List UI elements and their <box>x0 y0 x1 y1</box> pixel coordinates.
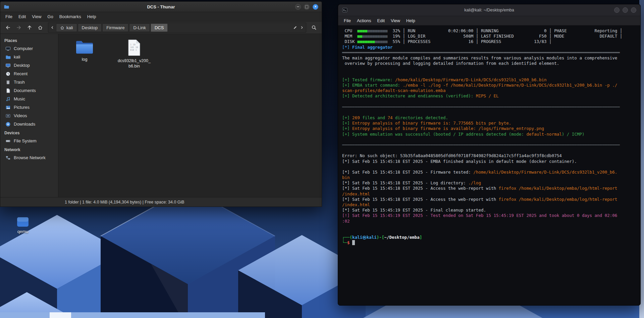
terminal-line: ════════════════════════════════════════… <box>342 50 636 55</box>
text-segment: MIPS / EL <box>476 93 499 98</box>
terminal-line: [*] Final aggregator <box>342 45 636 50</box>
text-segment: ) / ICMP) <box>562 132 585 137</box>
text-segment: [+] <box>342 121 352 126</box>
desktop-icon-qemu[interactable]: qemu <box>9 217 37 234</box>
terminal-titlebar[interactable]: kali@kali: ~/Desktop/emba <box>338 4 640 16</box>
sidebar-item-downloads[interactable]: Downloads <box>0 120 58 128</box>
thunar-menu-file[interactable]: File <box>2 13 15 20</box>
terminal-menu-file[interactable]: File <box>341 17 354 25</box>
terminal-line <box>342 110 636 115</box>
terminal-minimize-button[interactable] <box>614 7 620 13</box>
thunar-filepane[interactable]: log1 10101 10010 1dcs932lb1_v200_b6.bin <box>58 34 322 197</box>
chevron-right-icon <box>300 25 304 30</box>
sidebar-item-file-system[interactable]: File System <box>0 137 58 145</box>
trash-icon <box>5 80 11 85</box>
text-segment: Sat Feb 15 15:45:19 EST 2025 - Test ende… <box>352 213 617 218</box>
thunar-menu-view[interactable]: View <box>29 13 44 20</box>
terminal-line: [+] EMBA start command: ./emba -l ./log … <box>342 83 636 88</box>
text-segment: [+] <box>342 126 352 131</box>
terminal-menu-actions[interactable]: Actions <box>354 17 374 25</box>
sidebar-item-label: Pictures <box>14 105 30 110</box>
terminal-line: [*] Sat Feb 15 15:45:18 EST 2025 - EMBA … <box>342 159 636 164</box>
thunar-sidebar: PlacesComputerkaliDesktopRecentTrashDocu… <box>0 34 58 197</box>
sidebar-item-computer[interactable]: Computer <box>0 44 58 53</box>
path-scroll-right-button[interactable] <box>299 24 305 32</box>
sidebar-item-label: Computer <box>14 46 33 51</box>
text-segment: ■■■■■■■ <box>357 39 375 44</box>
text-segment: [*] Sat Feb 15 15:45:18 EST 2025 - Log d… <box>342 180 468 185</box>
sidebar-item-label: Browse Network <box>14 155 46 160</box>
terminal-window-title: kali@kali: ~/Desktop/emba <box>338 8 640 12</box>
home-button[interactable] <box>35 23 45 32</box>
terminal-line: [+] Entropy analysis of binary firmware … <box>342 121 636 126</box>
thunar-menu-go[interactable]: Go <box>44 13 56 20</box>
text-segment: /index.html <box>342 191 370 196</box>
breadcrumb-desktop[interactable]: Desktop <box>78 24 102 32</box>
path-scroll-left-button[interactable] <box>49 24 56 32</box>
terminal-line <box>342 99 636 104</box>
breadcrumb-dcs[interactable]: DCS <box>151 24 168 32</box>
breadcrumb-d-link[interactable]: D-Link <box>129 24 150 32</box>
thunar-window-title: DCS - Thunar <box>0 4 322 9</box>
up-button[interactable] <box>24 23 35 32</box>
text-segment <box>352 240 355 245</box>
text-segment: 74 <box>387 115 392 120</box>
sidebar-section-network: Network <box>0 145 58 153</box>
breadcrumb-firmware[interactable]: Firmware <box>102 24 128 32</box>
thunar-close-button[interactable]: × <box>313 4 318 10</box>
text-segment: /home/kali/Desktop/Firmware/D-Link/DCS/d… <box>473 170 617 175</box>
sidebar-item-pictures[interactable]: Pictures <box>0 103 58 111</box>
sidebar-item-recent[interactable]: Recent <box>0 70 58 78</box>
terminal-line <box>342 137 636 142</box>
sidebar-item-trash[interactable]: Trash <box>0 78 58 86</box>
sidebar-item-label: kali <box>14 54 20 59</box>
svg-text:101 10: 101 10 <box>130 46 138 49</box>
text-segment: :02 <box>342 219 350 224</box>
sidebar-item-videos[interactable]: Videos <box>0 111 58 120</box>
forward-button[interactable] <box>14 23 24 32</box>
sidebar-item-documents[interactable]: Documents <box>0 86 58 95</box>
terminal-app-icon <box>342 7 347 13</box>
terminal-line <box>342 224 636 229</box>
terminal-close-button[interactable] <box>631 7 636 13</box>
thunar-menu-bookmarks[interactable]: Bookmarks <box>56 13 84 20</box>
videos-icon <box>5 113 11 119</box>
text-segment: │ <box>400 28 408 33</box>
sidebar-item-browse-network[interactable]: Browse Network <box>0 153 58 162</box>
terminal-line: /index.html <box>342 202 636 208</box>
file-item-dcs932lb1-v200-b6-bin[interactable]: 1 10101 10010 1dcs932lb1_v200_b6.bin <box>115 39 153 69</box>
search-button[interactable] <box>309 23 319 32</box>
back-button[interactable] <box>3 23 13 32</box>
text-segment: /index.html <box>342 202 370 207</box>
text-segment: ./emba -l ./log -f /home/kali/Desktop/Fi… <box>403 83 618 88</box>
thunar-maximize-button[interactable] <box>304 4 310 10</box>
sidebar-item-desktop[interactable]: Desktop <box>0 61 58 70</box>
terminal-maximize-button[interactable] <box>623 7 628 13</box>
text-segment: PROCESSES 16 <box>408 39 474 44</box>
thunar-menu-edit[interactable]: Edit <box>15 13 29 20</box>
terminal-menu-view[interactable]: View <box>388 17 403 25</box>
thunar-minimize-button[interactable] <box>295 4 301 10</box>
sidebar-item-label: File System <box>14 138 37 143</box>
downloads-icon <box>5 122 11 127</box>
terminal-menu-edit[interactable]: Edit <box>374 17 388 25</box>
file-item-log[interactable]: log <box>66 39 103 62</box>
text-segment: PHASE Reporting <box>554 28 617 33</box>
pathbar-empty-area[interactable] <box>168 23 292 32</box>
terminal-menu-help[interactable]: Help <box>403 17 418 25</box>
text-segment: 19% <box>387 34 400 39</box>
sidebar-item-kali[interactable]: kali <box>0 53 58 61</box>
text-segment: bin <box>342 175 350 180</box>
edit-path-button[interactable] <box>292 24 299 32</box>
thunar-titlebar[interactable]: DCS - Thunar × <box>0 2 322 12</box>
thunar-menu-help[interactable]: Help <box>84 13 99 20</box>
text-segment: firefox /home/kali/Desktop/emba/log/html… <box>499 186 618 191</box>
breadcrumb-kali[interactable]: kali <box>56 24 77 32</box>
sidebar-item-music[interactable]: Music <box>0 95 58 103</box>
text-segment: firefox /home/kali/Desktop/emba/log/html… <box>499 197 618 202</box>
sidebar-item-label: Desktop <box>14 63 30 68</box>
text-segment: [+] <box>342 83 352 88</box>
terminal-line: [+] System emulation was successful (boo… <box>342 132 636 137</box>
text-segment: LAST FINISHED F50 <box>481 34 547 39</box>
terminal-output[interactable]: CPU ■■■■■■■■■■■■ 32% │ RUN 0:02:06:00 │ … <box>338 26 640 305</box>
